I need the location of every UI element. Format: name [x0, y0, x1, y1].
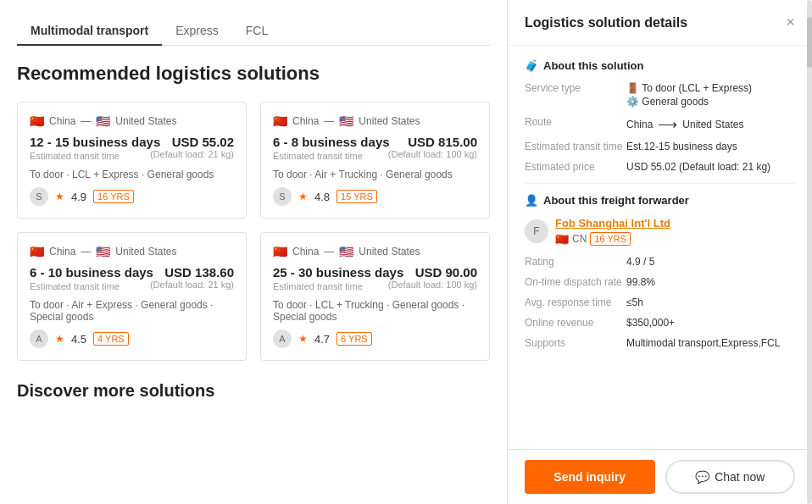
card-2-type: To door · Air + Trucking · General goods — [273, 169, 477, 180]
card-2-route-to: United States — [359, 115, 420, 127]
dispatch-row: On-time dispatch rate 99.8% — [525, 276, 795, 288]
card-3-forwarder-avatar: A — [30, 330, 48, 348]
card-3-sub-right: (Default load: 21 kg) — [150, 280, 234, 290]
card-2-sub-left: Estimated transit time — [273, 151, 363, 161]
panel-title: Logistics solution details — [525, 15, 687, 30]
scrollbar-thumb[interactable] — [807, 17, 812, 68]
logistics-card-1[interactable]: 🇨🇳 China — 🇺🇸 United States 12 - 15 busi… — [17, 102, 247, 219]
card-4-days: 25 - 30 business days — [273, 265, 403, 280]
arrow-icon: — — [81, 115, 91, 127]
card-4-type: To door · LCL + Trucking · General goods… — [273, 299, 477, 323]
chat-now-button[interactable]: 💬 Chat now — [665, 460, 796, 494]
supports-label: Supports — [525, 337, 626, 349]
service-type-val1: 🚪 To door (LCL + Express) — [626, 82, 752, 94]
scrollbar[interactable] — [807, 0, 812, 504]
response-value: ≤5h — [626, 296, 643, 308]
card-1-sub: Estimated transit time (Default load: 21… — [30, 149, 234, 162]
response-row: Avg. response time ≤5h — [525, 296, 795, 308]
tab-express[interactable]: Express — [162, 17, 232, 46]
price-label: Estimated price — [525, 161, 626, 173]
card-1-days: 12 - 15 business days — [30, 135, 160, 149]
card-1-rating: 4.9 — [71, 191, 86, 203]
us-flag-icon-2: 🇺🇸 — [339, 114, 353, 128]
revenue-label: Online revenue — [525, 317, 626, 329]
card-4-sub-right: (Default load: 100 kg) — [388, 280, 477, 290]
send-inquiry-button[interactable]: Send inquiry — [525, 460, 655, 494]
service-type-val2: ⚙️ General goods — [626, 96, 752, 108]
route-row: Route China ⟶ United States — [525, 116, 795, 132]
service-type-value: 🚪 To door (LCL + Express) ⚙️ General goo… — [626, 82, 752, 108]
card-4-route-to: United States — [359, 246, 420, 258]
us-flag-icon: 🇺🇸 — [96, 114, 110, 128]
logistics-card-3[interactable]: 🇨🇳 China — 🇺🇸 United States 6 - 10 busin… — [17, 232, 247, 361]
divider-1 — [525, 183, 795, 184]
tab-fcl[interactable]: FCL — [232, 17, 281, 46]
us-flag-icon-4: 🇺🇸 — [339, 245, 353, 258]
card-3-pricing: 6 - 10 business days USD 138.60 — [30, 265, 234, 280]
card-4-rating: 4.7 — [314, 333, 330, 346]
response-label: Avg. response time — [525, 296, 626, 308]
transit-label: Estimated transit time — [525, 141, 626, 152]
logistics-card-4[interactable]: 🇨🇳 China — 🇺🇸 United States 25 - 30 busi… — [260, 232, 490, 361]
section2-title: 👤 About this freight forwarder — [525, 194, 795, 207]
card-2-footer: S ★ 4.8 15 YRS — [273, 187, 477, 206]
card-4-route-from: China — [292, 246, 319, 258]
section1-title: 🧳 About this solution — [525, 59, 795, 72]
card-3-days: 6 - 10 business days — [30, 265, 153, 280]
main-content: Multimodal transport Express FCL Recomme… — [0, 0, 507, 504]
price-row: Estimated price USD 55.02 (Default load:… — [525, 161, 795, 173]
forwarder-name[interactable]: Fob Shanghai Int'l Ltd — [555, 217, 670, 230]
card-2-pricing: 6 - 8 business days USD 815.00 — [273, 135, 477, 149]
china-flag-icon-3: 🇨🇳 — [30, 245, 44, 258]
route-label: Route — [525, 116, 626, 132]
card-2-rating: 4.8 — [314, 191, 330, 203]
route-arrow-icon: ⟶ — [658, 116, 677, 132]
card-1-type: To door · LCL + Express · General goods — [30, 169, 234, 180]
person-icon: 👤 — [525, 194, 538, 207]
card-3-price: USD 138.60 — [164, 265, 234, 280]
route-from: China — [626, 119, 653, 130]
card-1-price: USD 55.02 — [172, 135, 234, 149]
us-flag-icon-3: 🇺🇸 — [96, 245, 110, 258]
supports-row: Supports Multimodal transport,Express,FC… — [525, 337, 795, 349]
service-type-row: Service type 🚪 To door (LCL + Express) ⚙… — [525, 82, 795, 108]
card-2-price: USD 815.00 — [408, 135, 477, 149]
card-2-star-icon: ★ — [298, 191, 308, 202]
route-value: China ⟶ United States — [626, 116, 743, 132]
card-3-sub-left: Estimated transit time — [30, 281, 120, 291]
card-2-sub-right: (Default load: 100 kg) — [388, 149, 477, 159]
card-2-sub: Estimated transit time (Default load: 10… — [273, 149, 477, 162]
dispatch-label: On-time dispatch rate — [525, 276, 626, 288]
briefcase-icon: 🧳 — [525, 59, 538, 72]
card-3-route: 🇨🇳 China — 🇺🇸 United States — [30, 245, 234, 258]
logistics-card-2[interactable]: 🇨🇳 China — 🇺🇸 United States 6 - 8 busine… — [260, 102, 490, 219]
service-type-label: Service type — [525, 82, 626, 108]
close-button[interactable]: × — [786, 14, 795, 31]
arrow-icon-4: — — [324, 246, 334, 258]
panel-body: 🧳 About this solution Service type 🚪 To … — [508, 46, 812, 449]
rating-row: Rating 4.9 / 5 — [525, 256, 795, 268]
transit-value: Est.12-15 business days — [626, 141, 737, 152]
card-4-yrs: 6 YRS — [336, 332, 372, 346]
card-3-rating: 4.5 — [71, 333, 86, 346]
card-4-price: USD 90.00 — [415, 265, 477, 280]
cards-grid: 🇨🇳 China — 🇺🇸 United States 12 - 15 busi… — [17, 102, 490, 361]
side-panel: Logistics solution details × 🧳 About thi… — [507, 0, 812, 504]
door-icon: 🚪 — [626, 82, 639, 94]
card-1-sub-left: Estimated transit time — [30, 151, 120, 161]
card-2-forwarder-avatar: S — [273, 187, 292, 206]
card-1-footer: S ★ 4.9 16 YRS — [30, 187, 234, 206]
tab-multimodal[interactable]: Multimodal transport — [17, 17, 162, 46]
revenue-row: Online revenue $350,000+ — [525, 317, 795, 329]
card-1-pricing: 12 - 15 business days USD 55.02 — [30, 135, 234, 149]
card-3-yrs: 4 YRS — [93, 332, 129, 346]
arrow-icon-2: — — [324, 115, 334, 127]
panel-footer: Send inquiry 💬 Chat now — [508, 449, 812, 504]
transit-row: Estimated transit time Est.12-15 busines… — [525, 141, 795, 152]
card-1-route-from: China — [49, 115, 75, 127]
card-4-star-icon: ★ — [298, 333, 308, 345]
forwarder-yrs: 16 YRS — [590, 232, 631, 246]
rating-value: 4.9 / 5 — [626, 256, 654, 268]
card-1-star-icon: ★ — [55, 191, 64, 202]
arrow-icon-3: — — [81, 246, 91, 258]
